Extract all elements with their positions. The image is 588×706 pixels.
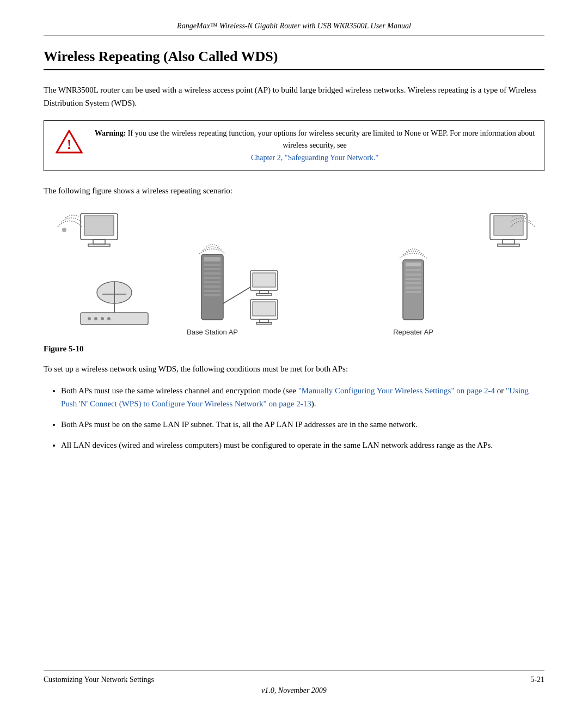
- list-item: Both APs must be on the same LAN IP subn…: [61, 418, 544, 431]
- page-footer: Customizing Your Network Settings 5-21: [44, 671, 544, 684]
- svg-rect-22: [204, 281, 220, 283]
- bullet-3-text: All LAN devices (wired and wireless comp…: [61, 441, 493, 449]
- bullet-list: Both APs must use the same wireless chan…: [61, 384, 544, 452]
- svg-rect-28: [260, 290, 268, 294]
- warning-link[interactable]: Chapter 2, "Safeguarding Your Network.": [251, 154, 378, 162]
- network-diagram: Base Station AP Repeater AP: [44, 208, 544, 339]
- svg-rect-5: [88, 244, 110, 246]
- figure-caption: The following figure shows a wireless re…: [44, 184, 544, 197]
- svg-rect-42: [406, 287, 421, 289]
- svg-rect-3: [84, 216, 114, 235]
- svg-rect-32: [260, 319, 268, 322]
- intro-paragraph: The WNR3500L router can be used with a w…: [44, 83, 544, 109]
- figure-label: Figure 5-10: [44, 344, 544, 354]
- svg-rect-41: [406, 282, 421, 284]
- bullet-1-middle: or: [495, 386, 506, 395]
- svg-rect-47: [503, 240, 514, 244]
- bullet-1-prefix: Both APs must use the same wireless chan…: [61, 386, 298, 395]
- svg-rect-40: [406, 278, 421, 280]
- svg-rect-21: [204, 277, 220, 279]
- warning-box: ! Warning: If you use the wireless repea…: [44, 120, 544, 171]
- svg-point-14: [101, 317, 104, 320]
- body-text: To set up a wireless network using WDS, …: [44, 362, 544, 375]
- list-item: Both APs must use the same wireless chan…: [61, 384, 544, 410]
- warning-icon: !: [53, 127, 85, 154]
- svg-rect-19: [204, 268, 220, 270]
- svg-rect-37: [406, 263, 421, 266]
- chapter-title: Wireless Repeating (Also Called WDS): [44, 48, 544, 70]
- bullet-1-link1[interactable]: "Manually Configuring Your Wireless Sett…: [298, 386, 495, 395]
- svg-point-15: [107, 317, 111, 320]
- footer-center: v1.0, November 2009: [0, 686, 588, 695]
- warning-content: Warning: If you use the wireless repeati…: [94, 127, 535, 164]
- svg-rect-18: [204, 264, 220, 266]
- page: RangeMax™ Wireless-N Gigabit Router with…: [0, 0, 588, 706]
- svg-point-6: [62, 228, 66, 232]
- svg-rect-33: [256, 322, 272, 324]
- header-text: RangeMax™ Wireless-N Gigabit Router with…: [177, 22, 411, 30]
- footer-left: Customizing Your Network Settings: [44, 675, 154, 684]
- svg-rect-27: [253, 273, 275, 287]
- svg-point-12: [88, 317, 91, 320]
- svg-rect-17: [204, 257, 220, 261]
- svg-line-34: [223, 287, 250, 303]
- svg-rect-20: [204, 272, 220, 275]
- svg-rect-4: [93, 240, 105, 244]
- bullet-2-text: Both APs must be on the same LAN IP subn…: [61, 420, 418, 429]
- svg-rect-48: [498, 244, 519, 246]
- svg-rect-24: [204, 290, 220, 292]
- svg-text:!: !: [67, 137, 72, 153]
- warning-bold-label: Warning:: [95, 129, 126, 137]
- svg-text:Base Station AP: Base Station AP: [187, 328, 238, 336]
- page-header: RangeMax™ Wireless-N Gigabit Router with…: [44, 22, 544, 35]
- svg-rect-38: [406, 269, 421, 271]
- warning-triangle-icon: !: [56, 130, 83, 154]
- svg-rect-23: [204, 285, 220, 288]
- svg-rect-29: [256, 294, 272, 295]
- svg-point-13: [94, 317, 97, 320]
- svg-rect-43: [406, 291, 421, 293]
- svg-rect-39: [406, 273, 421, 276]
- list-item: All LAN devices (wired and wireless comp…: [61, 439, 544, 452]
- footer-right: 5-21: [530, 675, 544, 684]
- bullet-1-suffix: ).: [311, 399, 316, 408]
- diagram-svg: Base Station AP Repeater AP: [44, 208, 544, 339]
- footer-version: v1.0, November 2009: [261, 686, 327, 695]
- svg-text:Repeater AP: Repeater AP: [393, 328, 433, 336]
- svg-rect-25: [204, 294, 220, 296]
- warning-text: If you use the wireless repeating functi…: [126, 129, 535, 149]
- svg-rect-31: [253, 302, 275, 316]
- svg-rect-46: [494, 216, 523, 235]
- svg-rect-36: [403, 260, 424, 320]
